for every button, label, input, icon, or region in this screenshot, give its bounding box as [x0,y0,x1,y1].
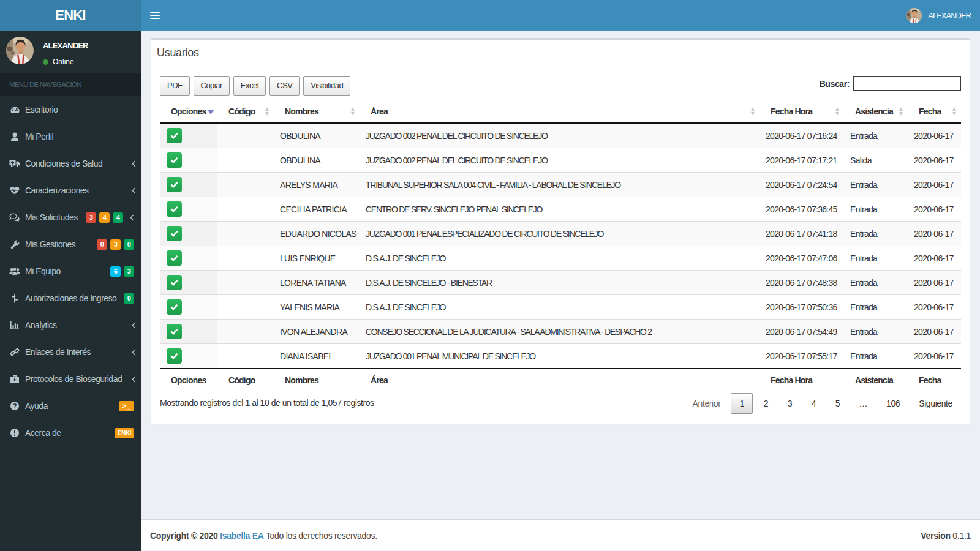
svg-text:?: ? [13,402,17,410]
